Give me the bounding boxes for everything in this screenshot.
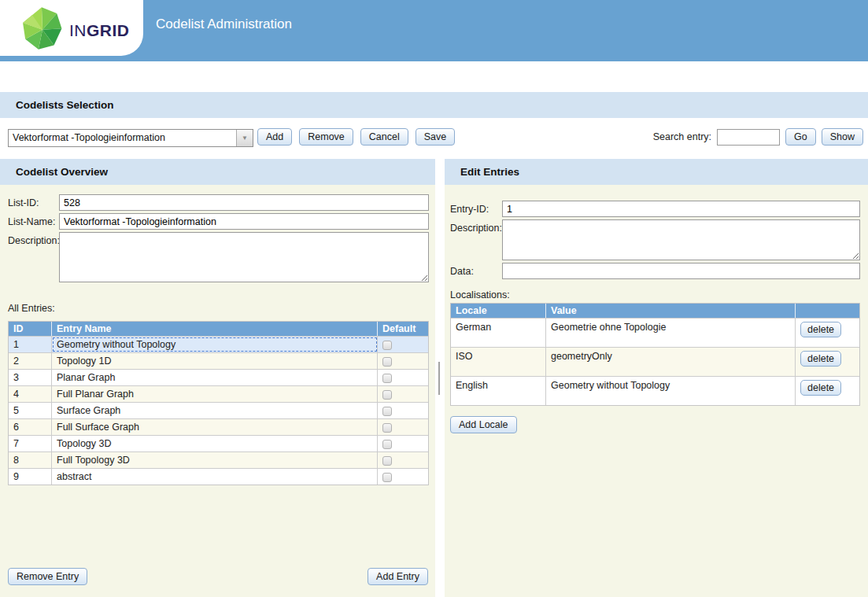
add-locale-button[interactable]: Add Locale (450, 416, 517, 433)
codelist-overview-panel: Codelist Overview List-ID: List-Name: De… (0, 159, 435, 597)
add-entry-button[interactable]: Add Entry (368, 568, 428, 585)
entry-name-cell[interactable]: Full Planar Graph (52, 386, 378, 402)
table-row[interactable]: 1Geometry without Topology (9, 336, 428, 352)
search-entry-label: Search entry: (653, 131, 711, 142)
chevron-down-icon[interactable]: ▼ (236, 130, 253, 146)
default-checkbox[interactable] (382, 440, 392, 449)
codelists-selection-row: Vektorformat -Topologieinformation ▼ Add… (0, 118, 868, 159)
edit-entries-header: Edit Entries (445, 159, 868, 185)
entry-name-cell[interactable]: Full Topology 3D (52, 452, 378, 468)
table-row[interactable]: 3Planar Graph (9, 369, 428, 385)
entry-data-field[interactable] (502, 263, 860, 279)
add-button[interactable]: Add (257, 128, 292, 146)
entries-table-header: ID Entry Name Default (9, 322, 428, 336)
table-row[interactable]: 9abstract (9, 468, 428, 485)
default-checkbox[interactable] (382, 374, 392, 383)
locale-cell[interactable]: German (451, 319, 546, 347)
delete-locale-button[interactable]: delete (800, 380, 841, 396)
codelist-dropdown-value: Vektorformat -Topologieinformation (9, 130, 236, 146)
entry-default-cell (378, 337, 428, 352)
value-cell[interactable]: geometryOnly (546, 348, 796, 376)
show-button[interactable]: Show (822, 128, 863, 146)
entry-id-label: Entry-ID: (450, 201, 502, 215)
selection-buttons: Add Remove Cancel Save (257, 128, 455, 146)
locale-cell[interactable]: English (451, 377, 546, 405)
entry-default-cell (378, 403, 428, 418)
entries-header-name: Entry Name (52, 322, 378, 336)
localisations-table-body: GermanGeometrie ohne TopologiedeleteISOg… (451, 318, 859, 405)
table-row[interactable]: 2Topology 1D (9, 352, 428, 369)
default-checkbox[interactable] (382, 407, 392, 416)
codelist-dropdown[interactable]: Vektorformat -Topologieinformation ▼ (8, 129, 253, 147)
default-checkbox[interactable] (382, 357, 392, 367)
entry-default-cell (378, 370, 428, 385)
entry-name-cell[interactable]: Topology 1D (52, 353, 378, 369)
remove-button[interactable]: Remove (299, 128, 353, 146)
list-name-field[interactable] (59, 213, 429, 230)
list-description-field[interactable] (59, 232, 429, 282)
table-row[interactable]: 4Full Planar Graph (9, 385, 428, 402)
entry-id-cell: 5 (9, 403, 52, 418)
locale-cell[interactable]: ISO (451, 348, 546, 376)
logo-box: INGRID (0, 0, 143, 56)
all-entries-label: All Entries: (8, 303, 429, 314)
localisations-header-actions (796, 304, 859, 318)
locale-action-cell: delete (796, 377, 859, 405)
localisations-label: Localisations: (450, 289, 860, 300)
table-row[interactable]: 5Surface Graph (9, 402, 428, 418)
entry-default-cell (378, 419, 428, 435)
panel-divider-handle[interactable] (438, 362, 440, 395)
entry-default-cell (378, 469, 428, 485)
entries-header-id: ID (9, 322, 52, 336)
go-button[interactable]: Go (785, 128, 816, 146)
entry-id-cell: 9 (9, 469, 52, 485)
entry-id-cell: 7 (9, 436, 52, 451)
entry-name-cell[interactable]: abstract (52, 469, 378, 485)
entries-table-body: 1Geometry without Topology2Topology 1D3P… (9, 336, 428, 485)
entry-id-cell: 8 (9, 452, 52, 468)
logo-text-in: IN (69, 21, 87, 39)
default-checkbox[interactable] (382, 423, 392, 433)
entry-description-label: Description: (450, 219, 502, 234)
locale-action-cell: delete (796, 319, 859, 347)
entry-name-cell[interactable]: Full Surface Graph (52, 419, 378, 435)
remove-entry-button[interactable]: Remove Entry (8, 568, 87, 585)
entry-name-cell[interactable]: Planar Graph (52, 370, 378, 385)
localisation-row: ISOgeometryOnlydelete (451, 347, 859, 376)
localisation-row: EnglishGeometry without Topologydelete (451, 376, 859, 405)
localisations-header-value: Value (546, 304, 796, 318)
entry-id-cell: 4 (9, 386, 52, 402)
search-input[interactable] (717, 129, 780, 146)
localisations-header-locale: Locale (451, 304, 546, 318)
entry-actions: Remove Entry Add Entry (8, 568, 428, 585)
entry-description-field[interactable] (502, 219, 860, 260)
table-row[interactable]: 7Topology 3D (9, 435, 428, 451)
logo-text-grid: GRID (87, 21, 130, 39)
save-button[interactable]: Save (416, 128, 456, 146)
value-cell[interactable]: Geometry without Topology (546, 377, 796, 405)
entry-data-label: Data: (450, 263, 502, 277)
list-name-label: List-Name: (8, 213, 59, 227)
entry-name-cell[interactable]: Topology 3D (52, 436, 378, 451)
default-checkbox[interactable] (382, 390, 392, 400)
codelist-overview-header: Codelist Overview (0, 159, 435, 185)
entry-id-cell: 6 (9, 419, 52, 435)
delete-locale-button[interactable]: delete (800, 351, 841, 367)
edit-entries-panel: Edit Entries Entry-ID: Description: Data… (445, 159, 868, 597)
entry-id-cell: 1 (9, 337, 52, 352)
localisations-table-header: Locale Value (451, 304, 859, 318)
list-id-field[interactable] (59, 194, 429, 211)
table-row[interactable]: 6Full Surface Graph (9, 418, 428, 435)
entry-name-cell[interactable]: Surface Graph (52, 403, 378, 418)
table-row[interactable]: 8Full Topology 3D (9, 451, 428, 468)
delete-locale-button[interactable]: delete (800, 322, 841, 337)
default-checkbox[interactable] (382, 456, 392, 466)
list-id-label: List-ID: (8, 194, 59, 208)
default-checkbox[interactable] (382, 341, 392, 350)
value-cell[interactable]: Geometrie ohne Topologie (546, 319, 796, 347)
default-checkbox[interactable] (382, 473, 392, 482)
cancel-button[interactable]: Cancel (360, 128, 408, 146)
list-description-label: Description: (8, 232, 59, 246)
entry-name-cell[interactable]: Geometry without Topology (52, 337, 378, 352)
entry-id-field[interactable] (502, 201, 860, 217)
